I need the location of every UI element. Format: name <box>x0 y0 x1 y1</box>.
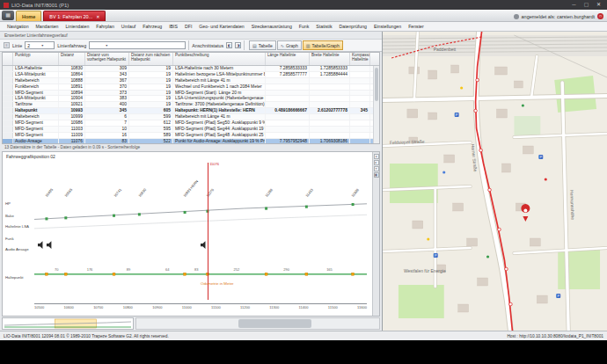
cell-kompass <box>350 91 370 96</box>
map-graphic: P P P P Paddenbett Herner Straße Hermann… <box>383 32 607 331</box>
menu-item[interactable]: Liniendaten <box>62 22 92 32</box>
logout-icon[interactable]: ⏻ <box>597 13 603 19</box>
menu-item[interactable]: Geo- und Kartendaten <box>195 22 247 32</box>
view-button[interactable]: ▥ Tabelle/Graph <box>303 40 343 50</box>
menu-item[interactable]: Statistik <box>312 22 335 32</box>
anschnittstatus-toggle-1[interactable]: ◧ <box>226 42 232 48</box>
bottom-strip <box>0 340 607 364</box>
view-button[interactable]: ▤ Tabelle <box>249 40 276 50</box>
cell-breite: 1.7069308186 <box>310 139 350 143</box>
row-gutter <box>3 114 13 120</box>
cell-distanz: 11003 <box>59 127 85 132</box>
collapse-right-icon[interactable]: ▸ <box>374 160 379 165</box>
title-bar: LIO-Data INIT/8001 (P1) ─ ▢ ✕ <box>0 0 607 10</box>
menu-item[interactable]: IBIS <box>165 22 181 32</box>
cell-kompass <box>350 72 370 77</box>
linie-label: Linie <box>12 43 22 48</box>
table-row[interactable]: Funkbereich 10891 370 19 Wechsel und Fun… <box>3 84 373 91</box>
graph-h-scrollbar[interactable] <box>135 317 380 330</box>
cell-beschreibung: Haltepunkt: HERN(1) Haltestelle: HERN <box>173 108 266 113</box>
tab-close-icon[interactable]: ✕ <box>96 14 99 19</box>
table-row[interactable]: MFD-Segment 10894 373 19 MFD-Segment (St… <box>3 91 373 97</box>
table-note: 13 Datensätze in der Tabelle - Daten gel… <box>0 144 382 151</box>
anschnittstatus-toggle-2[interactable]: ◨ <box>235 42 241 48</box>
cell-kompass: 345 <box>350 108 370 113</box>
table-row[interactable]: MFD-Segment 10986 7 612 MFD-Segment (Pfa… <box>3 120 373 127</box>
column-header[interactable]: Distanz <box>59 53 85 65</box>
view-button[interactable]: ∿ Graph <box>277 40 302 50</box>
table-row[interactable]: Haltebereich 10999 6 599 Haltebereich mi… <box>3 114 373 120</box>
axis-tick-label: 11600 <box>357 305 367 309</box>
overview-minimap[interactable] <box>2 317 134 330</box>
table-row[interactable]: Haltepunkt 10993 345 605 Haltepunkt: HER… <box>3 108 373 114</box>
left-panel: Erweiterter Linienfahrwegverlauf ≡ Linie… <box>0 32 382 331</box>
cell-breite <box>310 91 350 96</box>
cell-dist-next: 19 <box>129 78 173 84</box>
view-label: Tabelle/Graph <box>312 43 340 48</box>
cell-dist-next: 522 <box>129 139 173 143</box>
toolbar: ≡ Linie 2 ▾ Linienfahrweg ▾ Anschnittsta… <box>0 39 382 52</box>
maximize-button[interactable]: ▢ <box>581 0 591 10</box>
filter-icon[interactable]: ≡ <box>4 42 10 48</box>
menu-item[interactable]: Datenprüfung <box>336 22 370 32</box>
table-row[interactable]: LSA-Mittelpunkt 10864 343 19 Haltelinien… <box>3 72 373 78</box>
tab-bv-fahrplan[interactable]: BV 1: Fahrplan 20... ✕ <box>43 11 106 21</box>
tab-home[interactable]: Home <box>16 11 41 21</box>
table-row[interactable]: LSA-Mittelpunkt 10904 383 19 LSA-Unterst… <box>3 96 373 102</box>
graph-panel: Fahrweggrafikposition 02 HP Bake Halteli… <box>2 151 380 317</box>
graph-canvas[interactable]: Fahrweggrafikposition 02 HP Bake Halteli… <box>3 152 372 316</box>
close-button[interactable]: ✕ <box>594 0 603 10</box>
column-header[interactable]: Kompasszeichnung Haltelinie <box>350 53 370 65</box>
menu-item[interactable]: Navigation <box>4 22 33 32</box>
menu-item[interactable]: Streckenausrüstung <box>248 22 296 32</box>
cell-laenge <box>266 114 310 120</box>
column-header[interactable]: Punktbeschreibung <box>173 53 266 65</box>
cell-laenge: 7.7957952948 <box>266 139 310 143</box>
menu-item[interactable]: Fahrzeug <box>139 22 165 32</box>
linie-select[interactable]: 2 ▾ <box>25 41 55 49</box>
cell-breite: 2.61202777778 <box>310 108 350 113</box>
column-header[interactable]: Länge Haltelinie <box>266 53 310 65</box>
app-icon <box>4 3 9 8</box>
cell-punkttyp: MFD-Segment <box>13 127 59 132</box>
anschnittstatus-label: Anschnittstatus <box>192 43 223 48</box>
column-header[interactable]: Distanz vom vorherigen Haltepunkt <box>85 53 129 65</box>
table-row[interactable]: Audio-Ansage 11076 83 522 Punkt für Audi… <box>3 139 373 143</box>
cell-punkttyp: Tarifzone <box>13 102 59 107</box>
table-row[interactable]: MFD-Segment 11003 10 595 MFD-Segment (Pf… <box>3 127 373 133</box>
cell-distanz: 11076 <box>59 139 85 143</box>
cell-kompass <box>350 84 370 90</box>
column-header[interactable]: Punkttyp <box>13 53 59 65</box>
table-scrollbar[interactable] <box>373 66 379 143</box>
table-row[interactable]: Tarifzone 10921 400 19 Tarifzone: 3700 (… <box>3 102 373 108</box>
scrollbar-thumb[interactable] <box>375 68 378 101</box>
grid-icon[interactable]: ▦ <box>374 172 379 178</box>
cell-dist-next: 19 <box>129 91 173 96</box>
menu-item[interactable]: Umlauf <box>118 22 139 32</box>
menu-item[interactable]: DFI <box>181 22 195 32</box>
menu-item[interactable]: Funk <box>296 22 313 32</box>
options-icon[interactable]: ≡ <box>374 166 379 171</box>
menu-item[interactable]: Mandanten <box>33 22 62 32</box>
menu-item[interactable]: Einstellungen <box>370 22 405 32</box>
column-header[interactable] <box>3 53 13 65</box>
menu-item[interactable]: Fahrplan <box>92 22 117 32</box>
cell-dist-next: 595 <box>129 127 173 132</box>
table-row[interactable]: LSA-Haltelinie 10830 309 19 LSA-Haltelin… <box>3 66 373 72</box>
minimize-button[interactable]: ─ <box>569 0 579 10</box>
cell-laenge <box>266 78 310 84</box>
table-row[interactable]: MFD-Segment 11009 16 589 MFD-Segment (Pf… <box>3 133 373 139</box>
column-header[interactable]: Distanz zum nächsten Haltepunkt <box>129 53 173 65</box>
graph-cursor[interactable]: 11076 <box>208 163 208 300</box>
scrollbar-thumb[interactable] <box>238 319 311 328</box>
menu-item[interactable]: Fenster <box>405 22 428 32</box>
app-menu-button[interactable]: ▦ <box>2 11 14 20</box>
collapse-left-icon[interactable]: ◂ <box>374 154 379 159</box>
cell-beschreibung: MFD-Segment (Pfad) Seg50: Ausklappunkt 9… <box>173 120 266 126</box>
cell-distanz: 11009 <box>59 133 85 138</box>
row-gutter <box>3 96 13 101</box>
linienfahrweg-select[interactable]: ▾ <box>89 41 186 49</box>
table-row[interactable]: Haltebereich 10888 367 19 Haltebereich m… <box>3 78 373 84</box>
column-header[interactable]: Breite Haltelinie <box>310 53 350 65</box>
map-pane[interactable]: P P P P Paddenbett Herner Straße Hermann… <box>382 32 607 331</box>
